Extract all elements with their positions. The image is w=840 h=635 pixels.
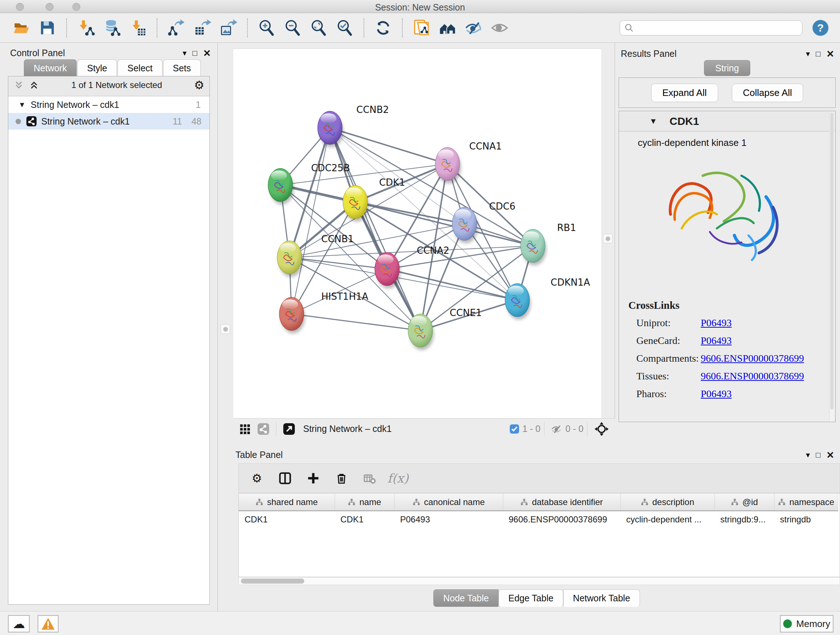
protein-section-header[interactable]: ▼ CDK1 xyxy=(619,111,835,131)
network-edges[interactable] xyxy=(280,128,533,331)
fit-content-button[interactable] xyxy=(308,17,329,38)
help-button[interactable]: ? xyxy=(813,20,829,36)
table-cell[interactable]: cyclin-dependent ... xyxy=(621,511,714,527)
left-splitter[interactable] xyxy=(218,43,233,611)
close-panel-icon[interactable]: ✕ xyxy=(826,450,834,460)
create-column-icon[interactable] xyxy=(305,470,321,486)
table-options-gear-icon[interactable]: ⚙ xyxy=(249,470,265,486)
network-node-CDKN1A[interactable]: CDKN1A xyxy=(505,277,590,320)
crosslink-link[interactable]: P06493 xyxy=(701,317,732,329)
table-cell[interactable]: CDK1 xyxy=(239,511,335,527)
network-canvas[interactable]: CCNB2CCNA1CDC25BCDK1CDC6RB1CCNB1CCNA2CDK… xyxy=(233,49,601,418)
network-collection-row[interactable]: ▼ String Network – cdk1 1 xyxy=(8,96,210,113)
column-header-name[interactable]: name xyxy=(335,494,394,511)
tab-sets[interactable]: Sets xyxy=(163,59,201,77)
node-table[interactable]: shared namenamecanonical namedatabase id… xyxy=(238,493,840,577)
selected-checkbox-icon[interactable] xyxy=(509,424,519,434)
column-header-database-identifier[interactable]: database identifier xyxy=(503,494,621,511)
open-in-browser-icon[interactable] xyxy=(283,423,295,435)
delete-table-icon[interactable] xyxy=(362,470,378,486)
table-cell[interactable]: CDK1 xyxy=(335,511,394,527)
right-splitter-grip[interactable] xyxy=(603,234,613,243)
string-home-button[interactable] xyxy=(437,17,458,38)
network-row[interactable]: String Network – cdk1 11 48 xyxy=(8,113,210,130)
network-badge-gray-icon[interactable] xyxy=(257,423,270,435)
show-graphics-button[interactable] xyxy=(489,17,510,38)
grid-view-icon[interactable] xyxy=(239,423,251,435)
hidden-eye-slash-icon[interactable] xyxy=(551,423,562,435)
memory-button[interactable]: Memory xyxy=(780,615,834,632)
open-session-button[interactable] xyxy=(11,17,32,38)
table-cell[interactable]: stringdb:9... xyxy=(714,511,774,527)
zoom-in-button[interactable] xyxy=(256,17,277,38)
table-horizontal-scrollbar[interactable] xyxy=(238,577,840,585)
crosslink-link[interactable]: P06493 xyxy=(701,335,732,347)
network-node-CCNE1[interactable]: CCNE1 xyxy=(408,307,482,350)
results-scrollbar[interactable] xyxy=(829,112,834,421)
function-builder-icon[interactable]: f(x) xyxy=(390,470,406,486)
column-header--id[interactable]: @id xyxy=(714,494,774,511)
export-table-button[interactable] xyxy=(192,17,213,38)
import-network-file-button[interactable] xyxy=(75,17,96,38)
table-cell[interactable]: 9606.ENSP00000378699 xyxy=(503,511,621,527)
tab-network[interactable]: Network xyxy=(24,59,77,77)
delete-column-trash-icon[interactable] xyxy=(333,470,349,486)
crosslink-link[interactable]: 9606.ENSP00000378699 xyxy=(701,353,804,364)
import-network-database-button[interactable] xyxy=(101,17,122,38)
cloud-button[interactable]: ☁ xyxy=(8,615,30,632)
zoom-selected-button[interactable] xyxy=(334,17,355,38)
search-box[interactable] xyxy=(620,20,802,35)
float-panel-icon[interactable]: □ xyxy=(193,49,197,57)
birdseye-crosshair-icon[interactable] xyxy=(594,421,609,437)
save-session-button[interactable] xyxy=(37,17,58,38)
export-image-button[interactable] xyxy=(218,17,239,38)
panel-menu-icon[interactable]: ▾ xyxy=(806,50,810,58)
show-columns-icon[interactable] xyxy=(277,470,293,486)
tab-select[interactable]: Select xyxy=(118,59,162,77)
import-table-file-button[interactable] xyxy=(127,17,148,38)
table-cell[interactable]: stringdb xyxy=(774,511,838,527)
tab-network-table[interactable]: Network Table xyxy=(563,589,640,607)
search-input[interactable] xyxy=(637,23,798,33)
collapse-all-button[interactable]: Collapse All xyxy=(732,84,804,102)
collapse-all-icon[interactable] xyxy=(13,80,24,90)
protein-caret-icon[interactable]: ▼ xyxy=(649,117,657,126)
string-copy-network-button[interactable] xyxy=(411,17,432,38)
collection-caret-icon[interactable]: ▼ xyxy=(19,101,26,109)
scrollbar-thumb[interactable] xyxy=(241,578,304,584)
export-network-button[interactable] xyxy=(166,17,187,38)
network-node-RB1[interactable]: RB1 xyxy=(521,222,576,265)
string-network-graph[interactable]: CCNB2CCNA1CDC25BCDK1CDC6RB1CCNB1CCNA2CDK… xyxy=(233,49,601,418)
table-cell[interactable]: P06493 xyxy=(394,511,503,527)
panel-menu-icon[interactable]: ▾ xyxy=(183,49,187,57)
network-options-gear-icon[interactable]: ⚙ xyxy=(194,78,204,92)
warnings-button[interactable] xyxy=(38,615,58,632)
close-panel-icon[interactable]: ✕ xyxy=(826,49,834,59)
crosslink-link[interactable]: P06493 xyxy=(701,388,732,400)
network-node-CCNA1[interactable]: CCNA1 xyxy=(435,141,502,184)
crosslink-link[interactable]: 9606.ENSP00000378699 xyxy=(701,371,804,382)
tab-node-table[interactable]: Node Table xyxy=(433,589,499,607)
column-header-namespace[interactable]: namespace xyxy=(774,494,838,511)
tab-style[interactable]: Style xyxy=(77,59,117,77)
tab-edge-table[interactable]: Edge Table xyxy=(499,589,563,607)
right-splitter[interactable] xyxy=(601,43,615,446)
table-row[interactable]: CDK1CDK1P064939606.ENSP00000378699cyclin… xyxy=(239,511,838,527)
control-panel-title: Control Panel xyxy=(10,48,65,58)
refresh-layout-button[interactable] xyxy=(373,17,393,38)
expand-all-icon[interactable] xyxy=(28,80,39,90)
column-header-shared-name[interactable]: shared name xyxy=(239,494,335,511)
left-splitter-grip[interactable] xyxy=(221,325,230,334)
network-node-HIST1H1A[interactable]: HIST1H1A xyxy=(279,291,368,333)
expand-all-button[interactable]: Expand All xyxy=(651,84,718,102)
float-panel-icon[interactable]: □ xyxy=(816,50,821,58)
zoom-out-button[interactable] xyxy=(282,17,303,38)
float-panel-icon[interactable]: □ xyxy=(816,451,821,459)
column-header-canonical-name[interactable]: canonical name xyxy=(394,494,503,511)
node-label-CCNB2: CCNB2 xyxy=(356,104,389,115)
enhanced-graphics-button[interactable] xyxy=(463,17,484,38)
panel-menu-icon[interactable]: ▾ xyxy=(806,451,810,459)
tab-string[interactable]: String xyxy=(704,60,750,76)
close-panel-icon[interactable]: ✕ xyxy=(203,49,211,58)
column-header-description[interactable]: description xyxy=(621,494,714,511)
